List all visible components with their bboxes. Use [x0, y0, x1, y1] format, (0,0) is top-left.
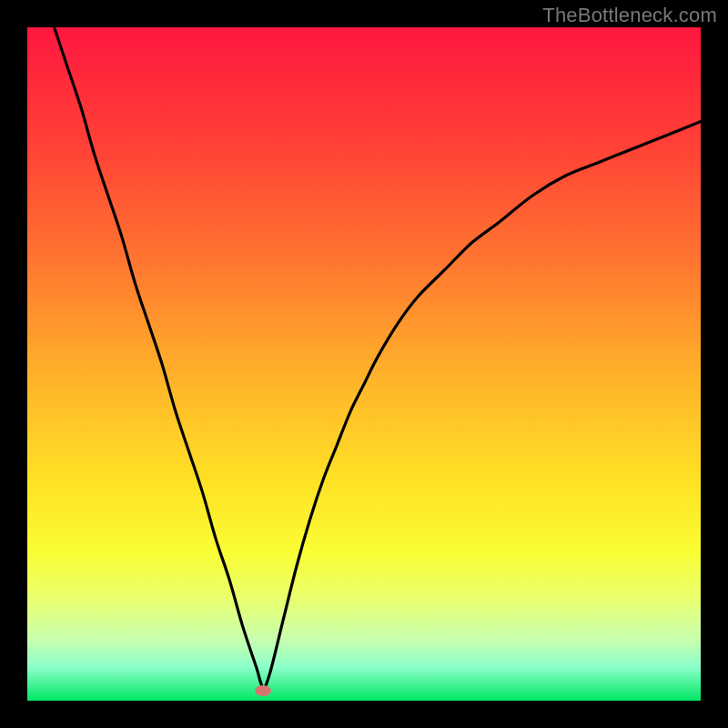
watermark-text: TheBottleneck.com	[542, 4, 717, 27]
chart-background	[27, 27, 701, 701]
optimal-point-marker	[255, 685, 271, 696]
chart-frame	[27, 27, 701, 701]
bottleneck-chart	[27, 27, 701, 701]
